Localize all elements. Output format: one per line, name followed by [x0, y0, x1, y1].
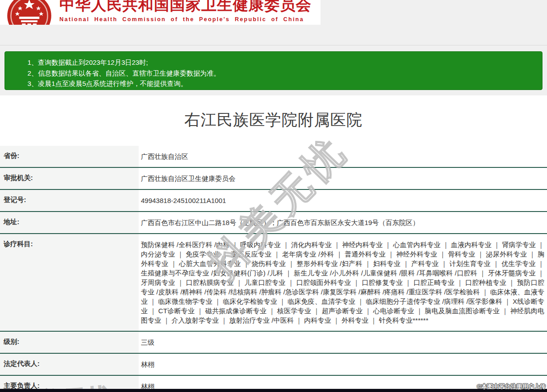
row-value: 49943818-245100211A1001	[139, 189, 547, 212]
table-row: 审批机关:广西壮族自治区卫生健康委员会	[0, 167, 547, 189]
row-value: 广西壮族自治区	[139, 146, 547, 167]
table-row: 省份:广西壮族自治区	[0, 146, 547, 167]
site-brand[interactable]: 中华人民共和国国家卫生健康委员会 National Health Commiss…	[4, 0, 312, 25]
row-label: 省份:	[0, 146, 139, 167]
row-value: 广西壮族自治区卫生健康委员会	[139, 167, 547, 189]
notice-line-2: 2、信息数据结果以各省、自治区、直辖市卫生健康委数据为准。	[27, 68, 533, 79]
notice-line-3: 3、凌晨1点至凌晨5点系统进行维护，不能提供查询。	[27, 78, 533, 89]
table-row: 诊疗科目:预防保健科 /全科医疗科 /内科 ｜ 呼吸内科专业 ｜ 消化内科专业 …	[0, 234, 547, 331]
photo-credit: ©本图由平台注册用户上传	[477, 383, 546, 391]
row-label: 登记号:	[0, 189, 139, 212]
row-label: 级别:	[0, 331, 139, 353]
bottom-bar	[0, 389, 547, 392]
details-table: 省份:广西壮族自治区审批机关:广西壮族自治区卫生健康委员会登记号:4994381…	[0, 146, 547, 392]
row-label: 地址:	[0, 212, 139, 234]
row-label: 审批机关:	[0, 167, 139, 189]
row-label: 法定代表人:	[0, 353, 139, 375]
row-value: 林栩	[139, 353, 547, 375]
header-divider	[0, 45, 547, 45]
table-row: 登记号:49943818-245100211A1001	[0, 189, 547, 212]
details-table-body: 省份:广西壮族自治区审批机关:广西壮族自治区卫生健康委员会登记号:4994381…	[0, 146, 547, 392]
national-emblem-icon	[4, 0, 55, 25]
row-label: 诊疗科目:	[0, 234, 139, 331]
table-row: 级别:三级	[0, 331, 547, 353]
hospital-title: 右江民族医学院附属医院	[0, 109, 547, 131]
notice-banner: 1、查询数据截止到2023年12月3日23时; 2、信息数据结果以各省、自治区、…	[5, 51, 542, 90]
table-row: 法定代表人:林栩	[0, 353, 547, 375]
org-name-en: National Health Commission of the People…	[59, 16, 312, 23]
site-header: 中华人民共和国国家卫生健康委员会 National Health Commiss…	[0, 0, 321, 25]
table-row: 地址:广西百色市右江区中山二路18号（主院区）；广西百色市百东新区永安大道19号…	[0, 212, 547, 234]
row-value: 广西百色市右江区中山二路18号（主院区）；广西百色市百东新区永安大道19号（百东…	[139, 212, 547, 234]
page: 中华人民共和国国家卫生健康委员会 National Health Commiss…	[0, 0, 547, 392]
notice-line-1: 1、查询数据截止到2023年12月3日23时;	[27, 57, 533, 68]
brand-text: 中华人民共和国国家卫生健康委员会 National Health Commiss…	[59, 0, 312, 23]
org-name-zh: 中华人民共和国国家卫生健康委员会	[59, 0, 312, 15]
row-value: 三级	[139, 331, 547, 353]
row-value: 预防保健科 /全科医疗科 /内科 ｜ 呼吸内科专业 ｜ 消化内科专业 ｜ 神经内…	[139, 234, 547, 331]
